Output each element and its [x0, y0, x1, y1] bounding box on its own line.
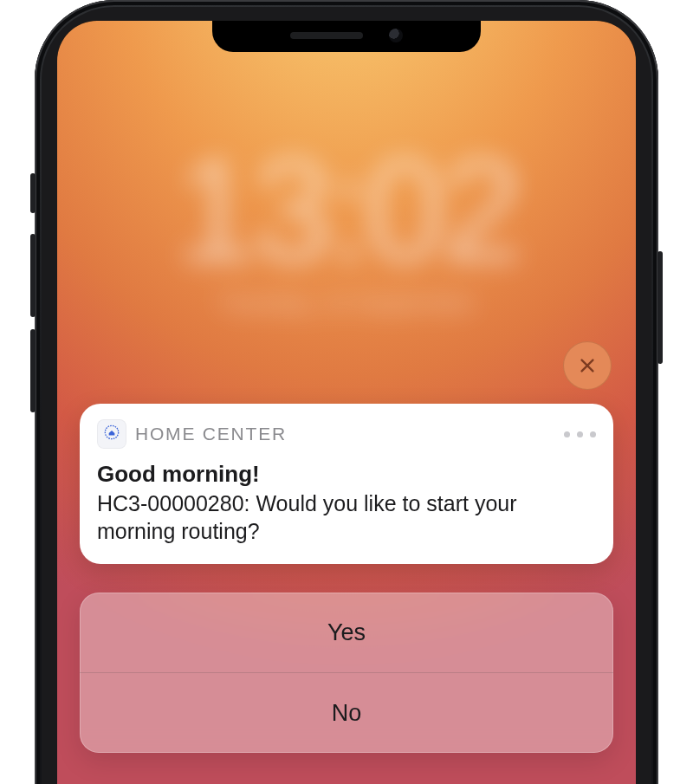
front-camera: [389, 29, 403, 42]
notification-body: HC3-00000280: Would you like to start yo…: [97, 489, 596, 545]
notification-title: Good morning!: [97, 461, 596, 488]
canvas: 13:02 Tuesday, 14 September: [0, 0, 693, 784]
speaker-grill: [290, 32, 363, 39]
action-yes[interactable]: Yes: [80, 593, 613, 672]
home-icon: [103, 424, 120, 444]
phone-frame: 13:02 Tuesday, 14 September: [35, 0, 658, 784]
action-label: Yes: [327, 619, 366, 646]
action-no[interactable]: No: [80, 672, 613, 753]
phone-screen: 13:02 Tuesday, 14 September: [57, 21, 636, 784]
more-button[interactable]: [564, 431, 596, 437]
app-icon: [97, 419, 126, 449]
notification-header: HOME CENTER: [97, 419, 596, 449]
notification-actions: Yes No: [80, 593, 613, 753]
ellipsis-icon: [564, 431, 596, 437]
notification-app-name: HOME CENTER: [135, 424, 287, 444]
side-button-volume-down: [30, 329, 36, 412]
action-label: No: [332, 700, 362, 727]
phone-notch: [212, 21, 481, 52]
notification-card[interactable]: HOME CENTER Good morning! HC3-00000280: …: [80, 404, 613, 564]
side-button-power: [657, 251, 663, 364]
close-icon: [578, 356, 597, 375]
side-button-volume-up: [30, 234, 36, 317]
side-button-silence: [30, 173, 36, 213]
close-button[interactable]: [563, 341, 612, 390]
